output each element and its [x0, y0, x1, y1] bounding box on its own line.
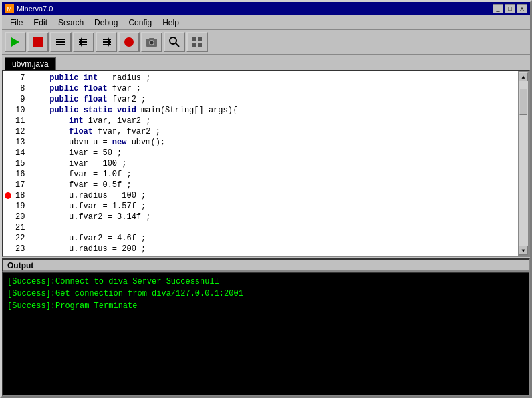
svg-rect-21	[198, 37, 202, 41]
menu-help[interactable]: Help	[157, 17, 184, 29]
record-button[interactable]	[118, 32, 140, 52]
step-over-button[interactable]	[50, 32, 72, 52]
menu-config[interactable]: Config	[123, 17, 157, 29]
search-button[interactable]	[164, 32, 185, 52]
stop-button[interactable]	[27, 32, 49, 52]
output-label: Output	[2, 258, 530, 272]
snapshot-button[interactable]	[141, 32, 162, 52]
close-button[interactable]: X	[517, 4, 527, 13]
svg-point-18	[170, 37, 176, 44]
scroll-up-button[interactable]: ▲	[519, 72, 528, 81]
tab-bar: ubvm.java	[2, 55, 530, 70]
line-number-col: 7891011121314151617181920212223242526272…	[3, 71, 27, 256]
tab-ubvm-java[interactable]: ubvm.java	[5, 57, 56, 70]
vertical-scrollbar[interactable]: ▲ ▼	[518, 71, 529, 256]
app-title: Minerva7.0	[17, 5, 53, 13]
scroll-thumb[interactable]	[519, 88, 527, 115]
svg-rect-22	[192, 43, 196, 47]
svg-rect-9	[103, 39, 111, 40]
minimize-button[interactable]: _	[493, 4, 503, 13]
toolbar	[2, 30, 530, 55]
title-controls: _ □ X	[493, 4, 527, 13]
scroll-down-button[interactable]: ▼	[519, 246, 528, 255]
menu-bar: File Edit Search Debug Config Help	[2, 15, 530, 30]
menu-search[interactable]: Search	[53, 17, 89, 29]
output-area: [Success]:Connect to diva Server Success…	[2, 272, 530, 396]
output-line: [Success]:Get connection from diva/127.0…	[7, 288, 525, 300]
editor-container: 7891011121314151617181920212223242526272…	[2, 70, 530, 257]
svg-rect-20	[192, 37, 196, 41]
svg-rect-2	[56, 39, 65, 40]
step-back-button[interactable]	[73, 32, 94, 52]
svg-marker-0	[11, 37, 19, 47]
menu-file[interactable]: File	[5, 17, 28, 29]
code-content[interactable]: public int radius ; public float fvar ; …	[27, 71, 518, 256]
svg-rect-23	[198, 43, 202, 47]
maximize-button[interactable]: □	[505, 4, 515, 13]
code-area: 7891011121314151617181920212223242526272…	[3, 71, 529, 256]
svg-rect-4	[56, 44, 65, 45]
svg-rect-1	[33, 37, 43, 47]
svg-rect-5	[79, 39, 87, 40]
menu-debug[interactable]: Debug	[89, 17, 123, 29]
svg-rect-11	[103, 44, 111, 45]
svg-rect-17	[149, 38, 154, 40]
title-bar-left: M Minerva7.0	[5, 4, 53, 13]
output-line: [Success]:Connect to diva Server Success…	[7, 276, 525, 288]
title-bar: M Minerva7.0 _ □ X	[2, 2, 530, 15]
step-forward-button[interactable]	[96, 32, 117, 52]
run-button[interactable]	[5, 32, 26, 52]
svg-point-13	[124, 37, 134, 47]
svg-rect-7	[79, 44, 87, 45]
scroll-track[interactable]	[519, 81, 528, 246]
output-line: [Success]:Program Terminate	[7, 300, 525, 312]
svg-line-19	[176, 43, 179, 47]
main-window: M Minerva7.0 _ □ X File Edit Search Debu…	[0, 0, 532, 398]
config-button[interactable]	[186, 32, 208, 52]
content-area: 7891011121314151617181920212223242526272…	[2, 70, 530, 396]
app-icon: M	[5, 4, 14, 13]
svg-point-16	[150, 41, 154, 45]
svg-rect-3	[56, 41, 65, 43]
menu-edit[interactable]: Edit	[28, 17, 53, 29]
